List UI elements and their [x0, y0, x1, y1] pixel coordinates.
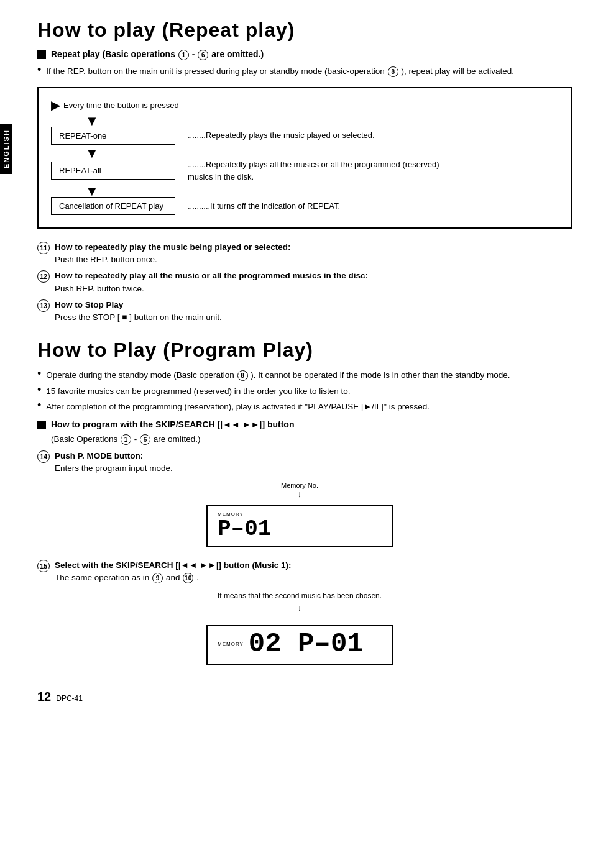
step-12-bold: How to repeatedly play all the music or … [55, 271, 368, 280]
repeat-one-desc: ........Repeatedly plays the music playe… [188, 129, 375, 142]
model-name: DPC-41 [56, 694, 83, 703]
display1-box: MEMORY P–01 [206, 505, 393, 547]
flow-item-repeat-one: REPEAT-one ........Repeatedly plays the … [51, 127, 561, 145]
step-12-content: How to repeatedly play all the music or … [55, 270, 368, 295]
step-15-badge: 15 [37, 560, 50, 572]
flow-start-label: Every time the button is pressed [63, 101, 179, 110]
circle-num-6: 6 [198, 50, 208, 60]
bullet-dot-p3: • [37, 400, 41, 411]
program-bullet-3-text: After completion of the programming (res… [46, 401, 430, 413]
program-bullet-2-text: 15 favorite musics can be programmed (re… [46, 385, 350, 398]
flow-arrow-3: ▼ [85, 186, 561, 197]
repeat-bullet-1-text: If the REP. button on the main unit is p… [46, 65, 514, 78]
step-11-badge: 11 [37, 242, 50, 254]
display2-block: MEMORY 02 P–01 [37, 619, 562, 671]
repeat-bullet-1: • If the REP. button on the main unit is… [37, 65, 562, 78]
step-13-content: How to Stop Play Press the STOP [ ■ ] bu… [55, 299, 222, 324]
repeat-section-heading: Repeat play (Basic operations 1 - 6 are … [37, 49, 562, 60]
filled-square-skip-icon [37, 421, 46, 429]
step-13-detail: Press the STOP [ ■ ] button on the main … [55, 313, 222, 322]
program-bullet-1: • Operate during the standby mode (Basic… [37, 369, 562, 381]
step-12-detail: Push REP. button twice. [55, 284, 144, 293]
circle-step-9: 9 [152, 573, 163, 583]
step-11-bold: How to repeatedly play the music being p… [55, 242, 291, 252]
display2-arrow-icon: ↓ [37, 603, 562, 613]
flow-arrow-2: ▼ [85, 148, 561, 159]
circle-num-8: 8 [388, 66, 398, 77]
step-15-detail: The same operation as in 9 and 10 . [55, 573, 199, 582]
step-13: 13 How to Stop Play Press the STOP [ ■ ]… [37, 299, 562, 324]
step-14-badge: 14 [37, 450, 50, 463]
program-bullet-list: • Operate during the standby mode (Basic… [37, 369, 562, 413]
step-14: 14 Push P. MODE button: Enters the progr… [37, 450, 562, 475]
skip-section-heading: How to program with the SKIP/SEARCH [|◄◄… [37, 419, 562, 429]
memory-arrow-icon: ↓ [298, 489, 302, 499]
step-12: 12 How to repeatedly play all the music … [37, 270, 562, 295]
program-bullet-2: • 15 favorite musics can be programmed (… [37, 385, 562, 398]
repeat-flow-diagram: ▶ Every time the button is pressed ▼ REP… [37, 87, 572, 229]
display1-value: P–01 [218, 518, 271, 541]
circle-step-10: 10 [183, 573, 193, 583]
bullet-dot-p1: • [37, 368, 41, 379]
flow-item-repeat-all: REPEAT-all ........Repeatedly plays all … [51, 158, 561, 183]
program-bullet-1-text: Operate during the standby mode (Basic o… [46, 369, 510, 381]
sidebar-english-label: ENGLISH [0, 124, 12, 174]
display2-caption: It means that the second music has been … [37, 592, 562, 600]
page-title-program: How to Play (Program Play) [37, 339, 562, 362]
step-11-content: How to repeatedly play the music being p… [55, 241, 291, 267]
cancel-desc: ..........It turns off the indication of… [188, 200, 340, 212]
bullet-dot-p2: • [37, 384, 41, 395]
circle-num-1: 1 [178, 50, 189, 60]
bullet-dot-icon: • [37, 64, 41, 75]
display2-memory-label: MEMORY [218, 641, 244, 647]
step-14-bold: Push P. MODE button: [55, 451, 143, 460]
filled-square-icon [37, 50, 46, 59]
step-15-bold: Select with the SKIP/SEARCH [|◄◄ ►►|] bu… [55, 560, 292, 570]
circle-skip-1: 1 [121, 434, 131, 445]
step-13-bold: How to Stop Play [55, 300, 123, 309]
skip-subheading: (Basic Operations 1 - 6 are omitted.) [51, 434, 562, 445]
flow-item-cancel: Cancellation of REPEAT play ..........It… [51, 197, 561, 215]
repeat-all-desc: ........Repeatedly plays all the musics … [188, 158, 455, 183]
circle-num-8b: 8 [237, 370, 248, 381]
step-15-content: Select with the SKIP/SEARCH [|◄◄ ►►|] bu… [55, 559, 292, 585]
flow-arrow-1: ▼ [85, 116, 561, 127]
cancel-box: Cancellation of REPEAT play [51, 197, 175, 215]
step-13-badge: 13 [37, 299, 50, 312]
display2-value: 02 P–01 [249, 630, 364, 657]
page-title-repeat: How to play (Repeat play) [37, 19, 562, 42]
page-footer: 12 DPC-41 [37, 690, 562, 704]
step-11: 11 How to repeatedly play the music bein… [37, 241, 562, 267]
program-bullet-3: • After completion of the programming (r… [37, 401, 562, 413]
page-number: 12 [37, 690, 51, 704]
flow-start-arrow-icon: ▶ [51, 98, 60, 112]
flow-start-row: ▶ Every time the button is pressed [51, 98, 561, 112]
repeat-heading-text: Repeat play (Basic operations 1 - 6 are … [51, 49, 264, 60]
step-14-detail: Enters the program input mode. [55, 464, 173, 473]
display2-box: MEMORY 02 P–01 [206, 625, 393, 665]
memory-no-caption: Memory No. [281, 482, 318, 489]
step-11-detail: Push the REP. button once. [55, 255, 157, 264]
repeat-bullet-list: • If the REP. button on the main unit is… [37, 65, 562, 78]
circle-skip-6: 6 [140, 434, 150, 445]
step-14-content: Push P. MODE button: Enters the program … [55, 450, 173, 475]
repeat-one-box: REPEAT-one [51, 127, 175, 145]
skip-heading-text: How to program with the SKIP/SEARCH [|◄◄… [51, 419, 294, 429]
step-15: 15 Select with the SKIP/SEARCH [|◄◄ ►►|]… [37, 559, 562, 585]
step-12-badge: 12 [37, 270, 50, 283]
display1-block: Memory No. ↓ MEMORY P–01 [37, 482, 562, 553]
repeat-all-box: REPEAT-all [51, 162, 175, 180]
